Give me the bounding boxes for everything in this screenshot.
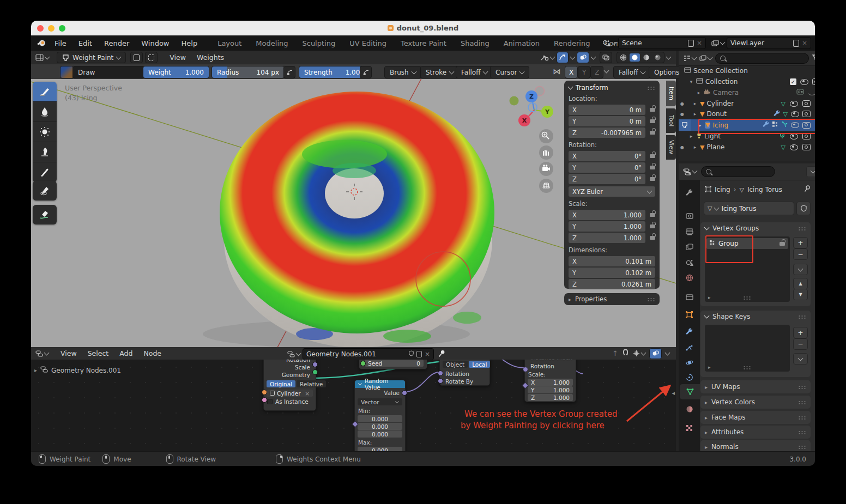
sidebar-tab-tool[interactable]: Tool [666, 108, 676, 133]
tab-render[interactable] [679, 209, 700, 223]
remove-vertex-group-button[interactable]: − [793, 248, 808, 260]
paint-mask-vertex-button[interactable] [130, 52, 143, 63]
outliner-row-icing-active[interactable]: ▸ ▼ Icing [679, 119, 815, 131]
vertex-group-item-group[interactable]: Group [706, 238, 788, 249]
overlays-toggle-button[interactable] [649, 348, 662, 359]
tab-shading[interactable]: Shading [454, 37, 496, 49]
menu-window[interactable]: Window [135, 35, 175, 51]
mesh-name-field[interactable]: ▽ Icing Torus [704, 202, 794, 215]
lock-icon[interactable] [650, 131, 655, 135]
blender-logo-icon[interactable] [37, 39, 46, 47]
panel-face-maps[interactable]: ▸Face Maps [700, 411, 811, 424]
shading-rendered-button[interactable] [652, 53, 663, 62]
unlink-node-tree-icon[interactable]: × [425, 350, 430, 358]
brush-thumbnail[interactable] [60, 66, 73, 78]
tab-world[interactable] [679, 271, 700, 285]
fake-user-shield-button[interactable] [796, 202, 811, 215]
pin-icon[interactable] [804, 185, 811, 194]
tab-object-data[interactable] [680, 384, 700, 399]
viewport-menu-weights[interactable]: Weights [191, 53, 229, 62]
paint-mask-face-button[interactable] [145, 52, 158, 63]
scene-name-field[interactable]: Scene × [618, 37, 706, 49]
tab-collection[interactable] [679, 290, 700, 304]
scale-z-field[interactable]: Z1.000 [569, 233, 645, 243]
rotation-z-field[interactable]: Z0° [569, 174, 645, 184]
hide-icon-closed[interactable] [808, 90, 815, 95]
dim-y-field[interactable]: Y0.102 m [569, 268, 655, 278]
tab-scene[interactable] [679, 256, 700, 270]
tab-particles[interactable] [679, 340, 700, 354]
mirror-dropdown[interactable] [604, 68, 609, 74]
node-menu-view[interactable]: View [55, 349, 82, 357]
unlink-scene-icon[interactable]: × [697, 39, 702, 47]
menu-help[interactable]: Help [176, 35, 204, 51]
strength-slider[interactable]: Strength1.000 [299, 66, 370, 78]
hide-icon[interactable] [791, 122, 799, 128]
panel-attributes[interactable]: ▸Attributes [700, 426, 811, 439]
radius-slider[interactable]: Radius104 px [211, 66, 285, 78]
tool-annotate[interactable] [33, 205, 57, 224]
properties-collapsed-panel[interactable]: ▸ Properties [564, 293, 660, 305]
tab-material[interactable] [679, 402, 700, 416]
lock-icon[interactable] [650, 108, 655, 112]
node-menu-add[interactable]: Add [114, 349, 138, 357]
tab-animation[interactable]: Animation [497, 37, 546, 49]
instance-node[interactable]: Instance Index Rotation Scale: X1.000 Y1… [524, 360, 576, 402]
proportional-editing-dropdown[interactable] [570, 54, 576, 59]
instance-rotation-socket[interactable] [523, 367, 528, 372]
dim-z-field[interactable]: Z0.0261 m [569, 279, 655, 289]
xray-toggle-button[interactable] [600, 52, 612, 63]
hide-icon[interactable] [790, 144, 798, 150]
vertex-group-specials-dropdown[interactable] [793, 264, 808, 275]
add-shape-key-button[interactable]: + [793, 327, 808, 338]
hide-icon[interactable] [790, 133, 798, 139]
outliner-row-collection[interactable]: ▾ Collection ✓ [679, 76, 815, 87]
lock-icon[interactable] [650, 213, 655, 217]
lock-icon[interactable] [650, 224, 655, 228]
list-resize-grip[interactable] [743, 296, 751, 300]
move-group-up-button[interactable]: ▲ [793, 278, 808, 289]
node-tree-name-field[interactable]: Geometry Nodes.001 × [303, 348, 434, 360]
shading-wireframe-button[interactable] [618, 53, 629, 62]
radius-pressure-button[interactable] [283, 66, 295, 78]
brush-name-field[interactable]: Draw [72, 66, 144, 78]
scale-y-field[interactable]: Y1.000 [569, 221, 645, 232]
tab-constraints[interactable] [679, 370, 700, 384]
seed-input-socket[interactable] [360, 361, 366, 366]
min-x-field[interactable]: 0.000 [358, 415, 402, 422]
cursor-dropdown[interactable]: Cursor [490, 66, 529, 78]
mirror-x-button[interactable]: X [565, 66, 578, 78]
location-x-field[interactable]: X0 m [569, 105, 645, 115]
dim-x-field[interactable]: X0.101 m [569, 256, 655, 266]
tab-physics[interactable] [679, 355, 700, 369]
transform-panel-title[interactable]: Transform [576, 84, 608, 92]
render-visibility-icon[interactable] [802, 133, 811, 139]
data-type-dropdown[interactable]: Vector [358, 398, 402, 405]
tab-uv-editing[interactable]: UV Editing [343, 37, 393, 49]
outliner-filter-icon[interactable] [812, 53, 815, 63]
rotate-instances-node[interactable]: Object Local Rotation Rotate By [439, 360, 490, 386]
panel-vertex-colors[interactable]: ▸Vertex Colors [700, 396, 811, 409]
lock-icon[interactable] [650, 154, 655, 158]
snap-dropdown[interactable] [591, 54, 596, 59]
remove-view-layer-icon[interactable]: × [802, 39, 807, 47]
rotation-input-socket[interactable] [438, 371, 443, 376]
render-visibility-icon[interactable] [812, 78, 815, 85]
render-visibility-icon[interactable] [802, 122, 811, 129]
node-menu-node[interactable]: Node [138, 349, 167, 357]
pin-icon[interactable] [438, 349, 445, 360]
random-value-header[interactable]: Random Value [355, 380, 405, 388]
new-view-layer-icon[interactable] [793, 40, 799, 47]
breadcrumb-data[interactable]: Icing Torus [747, 186, 782, 193]
as-instance-socket[interactable] [262, 397, 267, 403]
render-visibility-icon[interactable] [802, 111, 811, 117]
geometry-output-socket[interactable] [312, 369, 318, 375]
move-group-down-button[interactable]: ▼ [793, 289, 808, 300]
scale-output-socket[interactable] [312, 362, 318, 367]
proportional-editing-button[interactable] [557, 52, 569, 63]
location-y-field[interactable]: Y0 m [569, 116, 645, 126]
clear-object-icon[interactable]: × [305, 390, 310, 397]
hide-icon[interactable] [800, 79, 808, 85]
menu-render[interactable]: Render [98, 35, 135, 51]
fake-user-shield-icon[interactable] [409, 350, 414, 358]
